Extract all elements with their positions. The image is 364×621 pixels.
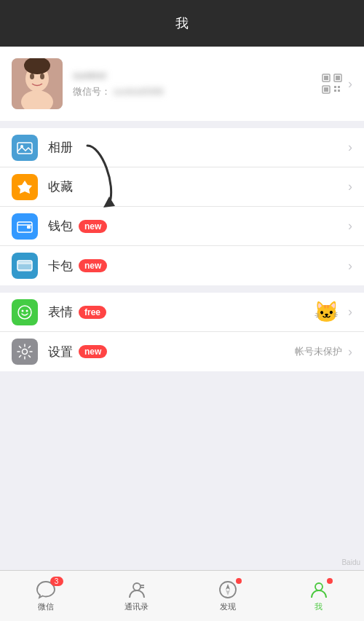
- svg-point-4: [30, 74, 34, 79]
- profile-section[interactable]: sunkist 微信号： sunkist0086 ›: [0, 47, 364, 121]
- svg-point-25: [18, 306, 31, 319]
- svg-rect-24: [17, 261, 32, 264]
- cat-sticker: 🐱: [314, 300, 339, 324]
- svg-rect-12: [334, 86, 336, 88]
- svg-rect-20: [27, 226, 31, 229]
- album-label: 相册: [48, 139, 73, 156]
- discover-icon-wrap: [218, 580, 238, 599]
- tab-bar: 3 微信 通讯录 发现: [0, 570, 364, 621]
- svg-rect-15: [338, 90, 340, 92]
- svg-point-36: [315, 583, 323, 590]
- menu-item-settings[interactable]: 设置 new 帐号未保护 ›: [0, 332, 364, 371]
- svg-rect-9: [336, 76, 340, 80]
- cardwallet-label: 卡包: [48, 258, 73, 274]
- settings-icon: [12, 339, 38, 365]
- menu-item-favorites[interactable]: 收藏 ›: [0, 167, 364, 207]
- settings-badge: new: [79, 345, 107, 358]
- profile-chevron: ›: [348, 76, 352, 92]
- tab-me[interactable]: 我: [273, 571, 364, 621]
- emoji-label: 表情: [48, 304, 73, 320]
- watermark: Baidu: [341, 558, 360, 566]
- me-person-icon: [309, 580, 329, 599]
- wechat-tab-label: 微信: [38, 601, 54, 612]
- profile-id: 微信号： sunkist0086: [73, 85, 319, 98]
- profile-id-label: 微信号：: [73, 86, 111, 97]
- emoji-badge: free: [79, 306, 106, 319]
- qr-code-icon[interactable]: [319, 71, 345, 97]
- cardwallet-right: ›: [345, 258, 352, 274]
- account-status: 帐号未保护: [295, 345, 342, 358]
- me-dot: [327, 578, 333, 584]
- svg-point-30: [133, 583, 141, 590]
- profile-id-value: sunkist0086: [114, 86, 164, 97]
- profile-info: sunkist 微信号： sunkist0086: [73, 70, 319, 98]
- favorites-right: ›: [345, 179, 352, 194]
- album-right: ›: [345, 140, 352, 155]
- discover-dot: [236, 578, 242, 584]
- svg-point-5: [40, 74, 44, 79]
- wechat-icon-wrap: 3: [36, 580, 56, 599]
- svg-rect-16: [17, 143, 32, 154]
- wechat-badge: 3: [50, 577, 63, 586]
- cardwallet-badge: new: [79, 259, 107, 272]
- svg-rect-11: [324, 87, 328, 92]
- svg-rect-7: [324, 76, 328, 80]
- settings-right: 帐号未保护 ›: [295, 344, 352, 360]
- svg-point-27: [26, 309, 28, 312]
- wallet-icon: [12, 213, 38, 240]
- favorites-label: 收藏: [48, 178, 73, 195]
- avatar: [12, 58, 63, 109]
- wallet-label: 钱包: [48, 218, 73, 234]
- svg-rect-14: [334, 90, 336, 92]
- menu-item-cardwallet[interactable]: 卡包 new ›: [0, 246, 364, 285]
- tab-discover[interactable]: 发现: [182, 571, 273, 621]
- wallet-right: ›: [345, 218, 352, 234]
- header: 我: [0, 0, 364, 47]
- wallet-badge: new: [79, 220, 107, 233]
- tab-contacts[interactable]: 通讯录: [91, 571, 182, 621]
- favorites-icon: [12, 174, 38, 200]
- emoji-right: 🐱 ›: [314, 300, 352, 324]
- discover-tab-label: 发现: [220, 601, 236, 612]
- menu-item-album[interactable]: 相册 ›: [0, 128, 364, 167]
- svg-rect-13: [338, 86, 340, 88]
- menu-item-emoji[interactable]: 表情 free 🐱 ›: [0, 293, 364, 332]
- compass-icon: [218, 580, 238, 599]
- svg-marker-34: [226, 584, 230, 590]
- contacts-tab-label: 通讯录: [124, 601, 149, 612]
- contacts-icon-wrap: [127, 580, 147, 599]
- svg-point-26: [22, 309, 24, 312]
- svg-point-28: [23, 349, 28, 355]
- profile-actions[interactable]: ›: [319, 71, 352, 97]
- menu-item-wallet[interactable]: 钱包 new ›: [0, 207, 364, 246]
- me-tab-label: 我: [314, 601, 323, 612]
- settings-label: 设置: [48, 344, 73, 360]
- tab-wechat[interactable]: 3 微信: [0, 571, 91, 621]
- page-title: 我: [175, 15, 189, 32]
- menu-section-2: 表情 free 🐱 › 设置 new 帐号未保护 ›: [0, 293, 364, 371]
- svg-marker-35: [226, 590, 230, 596]
- profile-name: sunkist: [73, 70, 319, 81]
- cardwallet-icon: [12, 253, 38, 279]
- album-icon: [12, 135, 38, 161]
- me-icon-wrap: [309, 580, 329, 599]
- contacts-icon: [127, 580, 147, 599]
- emoji-icon: [12, 299, 38, 325]
- svg-marker-18: [17, 181, 32, 194]
- menu-section-1: 相册 › 收藏 › 钱包 new ›: [0, 128, 364, 285]
